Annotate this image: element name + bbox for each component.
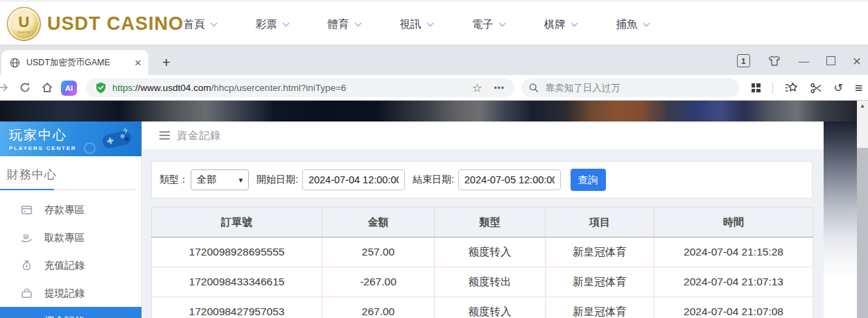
nav-label: 首頁 [184,17,205,32]
time-cell: 2024-07-04 21:07:13 [654,267,813,297]
column-header-item: 項目 [546,208,654,237]
search-icon [529,83,539,93]
url-host: ://www.usdt04.com [132,83,211,93]
column-header-type: 類型 [435,208,546,237]
globe-icon [10,58,20,68]
nav-label: 體育 [328,17,349,32]
browser-search-box[interactable] [521,78,739,97]
table-header-row: 訂單號 金額 類型 項目 時間 [152,208,813,237]
deposit-card-icon [21,204,33,216]
sidebar-item-label: 取款專區 [44,231,85,244]
sidebar-item-recharge-record[interactable]: 充值記錄 [0,251,141,279]
site-header: U Casino USDT CASINO 首頁 彩票 體育 視訊 [0,0,868,45]
sidebar-item-label: 資金記錄 [44,315,85,318]
nav-item-lottery[interactable]: 彩票 [236,2,309,47]
banknote-icon [21,315,33,318]
url-text: https://www.usdt04.com/hhcp/usercenter.h… [112,83,346,93]
end-date-input[interactable] [458,169,561,190]
shield-secure-icon[interactable] [96,82,106,94]
sidebar-item-label: 存款專區 [44,203,85,217]
favorites-star-icon[interactable] [785,82,798,94]
coin-letter: U [19,15,30,30]
column-header-order-no: 訂單號 [152,208,322,237]
scissors-screenshot-icon[interactable] [810,82,822,94]
scroll-up-arrow[interactable]: ▲ [857,101,868,112]
scrollbar-thumb[interactable] [857,148,868,318]
apps-grid-icon[interactable] [752,83,761,92]
browser-tab-bar: USDT加密货币GAME × + 1 — × [0,45,868,75]
withdraw-hand-icon [21,232,33,244]
search-input[interactable] [544,82,731,94]
order-no-cell: 1720098928695555 [152,237,322,267]
tab-close-icon[interactable]: × [134,57,141,69]
item-cell: 新皇冠体育 [546,237,654,267]
chevron-down-icon [426,22,434,27]
coin-subtext: Casino [17,30,31,34]
hamburger-icon[interactable] [159,131,170,140]
type-cell: 额度转出 [435,267,546,297]
type-label: 類型： [159,174,189,186]
nav-item-home[interactable]: 首頁 [164,2,236,47]
chevron-down-icon [210,22,218,27]
url-path: /hhcp/usercenter.html?iniType=6 [211,83,347,93]
bookmark-star-icon[interactable]: ☆ [472,83,482,94]
nav-item-chess[interactable]: 棋牌 [525,2,597,47]
site-logo-text: USDT CASINO [47,13,184,35]
url-scheme: https [112,83,132,93]
ai-assistant-icon[interactable]: AI [61,81,77,96]
item-cell: 新皇冠体育 [546,267,654,297]
chevron-down-icon [282,22,290,27]
page-scrollbar[interactable]: ▲ [857,101,868,318]
site-logo[interactable]: U Casino USDT CASINO [7,7,184,41]
address-bar[interactable]: https://www.usdt04.com/hhcp/usercenter.h… [86,78,514,97]
undo-restore-icon[interactable]: ↺ [834,83,843,94]
sidebar-item-withdraw[interactable]: 取款專區 [0,224,141,251]
home-icon[interactable] [41,81,53,94]
minimize-button[interactable]: — [799,56,809,66]
page-content: 玩家中心 PLAYERS CENTER 財務中心 存款專區 取款專區 充值記錄 [0,101,868,318]
more-actions-icon[interactable]: ••• [494,83,505,93]
amount-cell: 267.00 [322,297,435,318]
nav-item-electronic[interactable]: 電子 [453,2,525,47]
table-row: 1720098427957053 267.00 额度转入 新皇冠体育 2024-… [152,297,813,318]
start-date-input[interactable] [302,169,405,190]
sidebar-item-withdrawal-record[interactable]: 提現記錄 [0,279,141,307]
nav-label: 捕魚 [616,17,638,32]
column-header-time: 時間 [654,208,813,237]
refresh-icon[interactable] [19,81,31,94]
nav-item-sports[interactable]: 體育 [309,2,381,47]
chevron-down-icon [643,22,650,27]
browser-toolbar: AI https://www.usdt04.com/hhcp/usercente… [0,75,868,101]
forward-arrow-icon[interactable] [0,82,9,93]
window-close-button[interactable]: × [853,53,861,68]
maximize-button[interactable] [826,56,835,65]
tshirt-skin-icon[interactable] [767,55,781,67]
nav-item-fishing[interactable]: 捕魚 [597,2,669,47]
amount-cell: -267.00 [322,267,435,297]
query-button[interactable]: 查詢 [571,169,606,191]
table-row: 1720098928695555 257.00 额度转入 新皇冠体育 2024-… [152,237,813,267]
nav-item-video[interactable]: 視訊 [381,2,453,47]
tab-count-badge[interactable]: 1 [737,54,750,67]
sidebar-item-deposit[interactable]: 存款專區 [0,196,141,224]
sidebar-item-funds-record[interactable]: 資金記錄 › [0,307,141,318]
type-select[interactable]: 全部 ▾ [191,169,249,190]
amount-cell: 257.00 [322,237,435,267]
browser-tab[interactable]: USDT加密货币GAME × [1,50,148,75]
order-no-cell: 1720098433346615 [152,267,322,297]
type-cell: 额度转入 [435,297,546,318]
players-center-header: 玩家中心 PLAYERS CENTER [0,122,141,156]
tab-title: USDT加密货币GAME [26,57,128,69]
type-select-value: 全部 [197,174,216,186]
menu-icon[interactable]: ≡ [855,81,862,94]
toolbar-right-icons: ↺ ≡ [752,75,863,101]
chevron-down-icon [571,22,578,27]
end-date-label: 結束日期: [413,174,454,186]
type-cell: 额度转入 [435,237,546,267]
column-header-amount: 金額 [322,208,435,237]
filter-bar: 類型： 全部 ▾ 開始日期: 結束日期: 查詢 [151,161,813,199]
usdt-coin-icon: U Casino [7,7,41,41]
chevron-right-icon: › [128,315,132,318]
new-tab-button[interactable]: + [157,53,176,72]
toolbar-divider [772,83,773,94]
